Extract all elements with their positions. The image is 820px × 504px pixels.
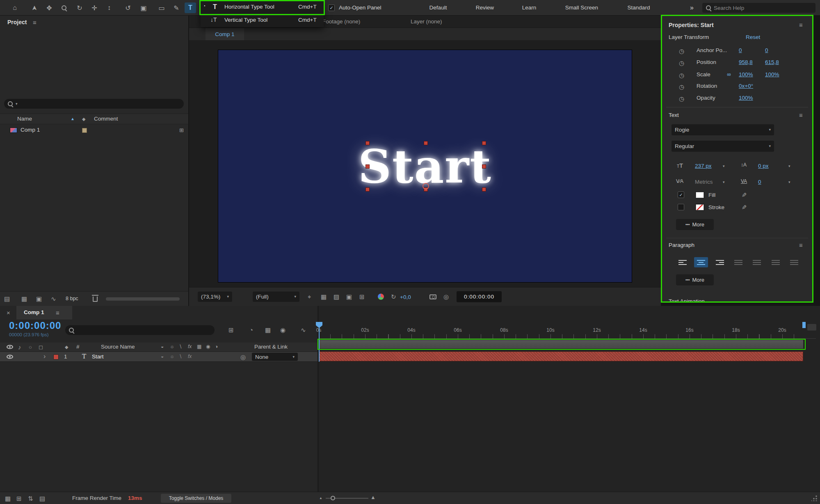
exposure-value[interactable]: +0,0 [400,294,411,301]
menu-item-vertical-type-tool[interactable]: ↓T Vertical Type Tool Cmd+T [201,14,324,27]
label-column-icon[interactable]: ◆ [65,345,68,349]
reset-exposure-icon[interactable]: ↻ [391,294,396,300]
auto-open-panel-checkbox[interactable]: ✓ [328,5,335,11]
paragraph-menu-icon[interactable]: ≡ [799,242,803,248]
scale-y-value[interactable]: 100% [765,71,779,78]
render-pane-icon[interactable]: ▤ [39,495,45,502]
scale-link-icon[interactable]: ∞ [727,71,731,78]
preview-timecode-box[interactable]: 0:00:00:00 [457,291,502,302]
pen-tool-button[interactable]: ✎ [171,2,182,13]
project-search-input[interactable]: ▾ [4,99,184,109]
layer-collapse-icon[interactable]: ☼ [170,354,174,359]
zoom-out-mountain-icon[interactable]: ▲ [319,497,322,500]
justify-all-button[interactable] [787,257,801,267]
show-snapshot-icon[interactable]: ◎ [443,294,449,300]
tracking-value[interactable]: 0 [758,179,761,185]
close-panel-icon[interactable]: × [7,310,10,316]
type-tool-button[interactable]: T [185,2,196,13]
parent-link-column[interactable]: Parent & Link [254,344,288,350]
justify-last-center-button[interactable] [750,257,764,267]
layer-color-swatch[interactable] [53,354,59,360]
fill-checkbox[interactable]: ✓ [678,192,684,198]
timeline-end-marker[interactable] [802,322,806,328]
layer-duration-bar[interactable] [319,351,803,361]
workspace-review[interactable]: Review [473,5,496,11]
fill-eyedropper-icon[interactable]: ✎ [742,192,747,198]
bit-depth-button[interactable]: 8 bpc [66,296,78,302]
rectangle-tool-button[interactable]: ▭ [156,2,167,13]
zoom-tool-button[interactable] [58,2,70,13]
toggle-inout-pane-icon[interactable]: ⇅ [28,495,33,502]
column-comment[interactable]: Comment [94,116,118,122]
scale-x-value[interactable]: 100% [739,71,753,78]
expand-layer-icon[interactable]: › [43,353,46,360]
selection-handle[interactable] [482,164,486,169]
adjust-icon[interactable]: ∿ [51,296,56,302]
fill-color-swatch[interactable] [696,192,704,198]
position-x-value[interactable]: 958,8 [739,59,753,66]
timeline-tab-comp1[interactable]: Comp 1 ≡ [16,306,72,319]
mini-flowchart-icon[interactable]: ⊞ [228,327,234,333]
parent-link-dropdown[interactable]: None ▾ [252,353,298,361]
mask-visibility-icon[interactable]: ▨ [333,294,339,300]
dropdown-icon[interactable]: ▾ [788,180,790,184]
number-column[interactable]: # [76,344,80,350]
timeline-zoom-handle[interactable] [331,496,335,500]
opacity-value[interactable]: 100% [739,95,753,101]
justify-last-right-button[interactable] [769,257,783,267]
timeline-search-input[interactable] [65,325,215,335]
stroke-eyedropper-icon[interactable]: ✎ [742,204,747,210]
layer-visibility-toggle[interactable] [7,355,13,359]
dropdown-icon[interactable]: ▾ [723,180,725,184]
column-name[interactable]: Name [17,116,32,122]
source-name-column[interactable]: Source Name [101,344,135,350]
text-more-button[interactable]: ••• More [676,219,714,230]
dolly-camera-tool-button[interactable]: ↕ [103,2,115,13]
tab-layer[interactable]: Layer (none) [411,18,442,25]
dropdown-icon[interactable]: ▾ [723,164,725,168]
new-composition-icon[interactable]: ▣ [36,296,42,302]
time-ruler[interactable]: 0s 02s 04s 06s 08s 10s 12s 14s 16s 18s 2… [319,322,816,339]
selection-handle[interactable] [365,164,370,169]
project-hscrollbar[interactable] [106,297,180,301]
selection-tool-button[interactable]: ➤ [29,2,40,13]
orbit-camera-tool-button[interactable]: ↻ [74,2,85,13]
project-row-comp1[interactable]: Comp 1 ⊞ [0,125,188,136]
magnification-dropdown[interactable]: (73,1%) ▾ [198,292,232,302]
stopwatch-icon[interactable]: ◷ [679,84,684,90]
reset-button[interactable]: Reset [746,34,760,41]
align-left-button[interactable] [676,257,690,267]
properties-menu-icon[interactable]: ≡ [799,22,803,28]
justify-last-left-button[interactable] [731,257,745,267]
selection-handle[interactable] [365,187,370,192]
toggle-transfer-pane-icon[interactable]: ⊞ [16,495,22,502]
dropdown-icon[interactable]: ▾ [788,164,790,168]
trash-icon[interactable] [93,296,98,302]
home-button[interactable]: ⌂ [9,2,21,13]
stroke-checkbox[interactable] [678,204,684,210]
align-right-button[interactable] [713,257,727,267]
anchor-point-crosshair[interactable] [423,183,429,189]
resolution-dropdown[interactable]: (Full) ▾ [253,292,299,302]
timeline-tab-menu-icon[interactable]: ≡ [56,310,59,316]
shy-layers-icon[interactable]: ◔ [249,327,253,333]
font-size-value[interactable]: 237 px [695,163,712,169]
sort-ascending-icon[interactable]: ▲ [71,116,75,121]
paragraph-more-button[interactable]: ••• More [676,274,714,285]
font-family-dropdown[interactable]: Rogie ▾ [672,124,774,135]
workspace-small-screen[interactable]: Small Screen [563,5,600,11]
selection-handle[interactable] [365,141,370,145]
camera-tool-button[interactable]: ▣ [138,2,149,13]
composition-canvas[interactable]: Start [218,50,632,282]
anchor-y-value[interactable]: 0 [765,47,768,54]
workspace-learn[interactable]: Learn [519,5,539,11]
rotation-value[interactable]: 0x+0° [739,83,753,89]
graph-editor-icon[interactable]: ∿ [301,327,306,333]
tab-footage[interactable]: Footage (none) [322,18,360,25]
selection-handle[interactable] [424,141,428,145]
anchor-x-value[interactable]: 0 [739,47,742,54]
workspace-overflow-button[interactable]: » [690,4,694,11]
selection-handle[interactable] [482,141,486,145]
selection-handle[interactable] [482,187,486,192]
tab-comp-1[interactable]: Comp 1 [206,28,244,40]
